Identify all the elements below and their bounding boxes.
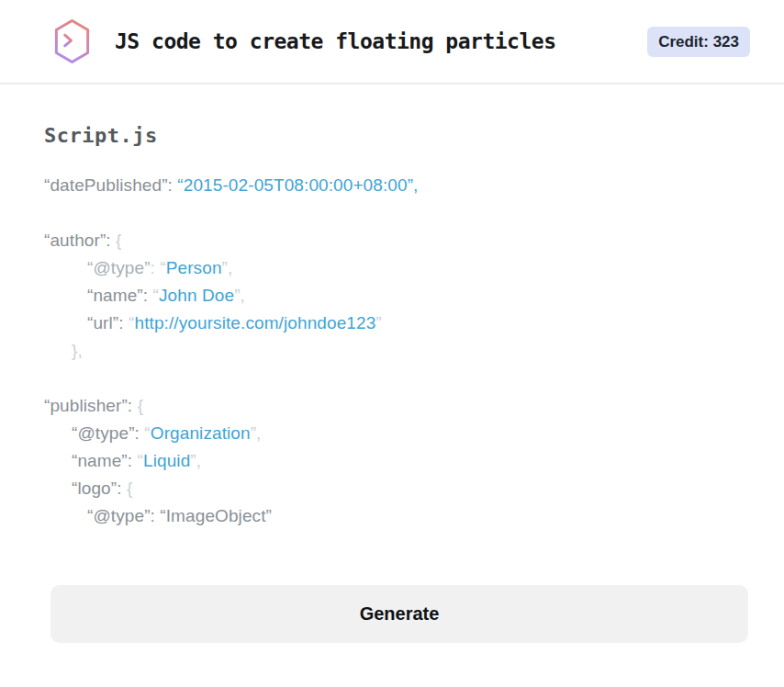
code-line: “@type”: “Organization”, — [44, 420, 742, 447]
code-block: “datePublished”: “2015-02-05T08:00:00+08… — [44, 172, 742, 530]
code-line: “@type”: “ImageObject” — [44, 502, 742, 530]
script-filename: Script.js — [44, 124, 742, 147]
credit-badge: Credit: 323 — [647, 27, 750, 57]
code-line: “@type”: “Person”, — [44, 254, 742, 282]
page-title: JS code to create floating particles — [115, 29, 556, 53]
generate-button[interactable]: Generate — [50, 585, 748, 643]
terminal-prompt-hexagon-icon — [50, 17, 94, 65]
code-line: “name”: “Liquid”, — [44, 447, 742, 475]
code-line: “publisher”: { — [44, 392, 742, 420]
code-line: “datePublished”: “2015-02-05T08:00:00+08… — [44, 172, 742, 199]
main-content: Script.js “datePublished”: “2015-02-05T0… — [0, 124, 784, 643]
code-blank-line — [44, 199, 742, 227]
code-line: “logo”: { — [44, 475, 742, 502]
code-line: “author”: { — [44, 227, 742, 254]
code-blank-line — [44, 365, 742, 392]
code-line: }, — [44, 337, 742, 365]
header: JS code to create floating particles Cre… — [0, 0, 784, 84]
code-line: “url”: “http://yoursite.com/johndoe123” — [44, 310, 742, 337]
code-line: “name”: “John Doe”, — [44, 282, 742, 310]
